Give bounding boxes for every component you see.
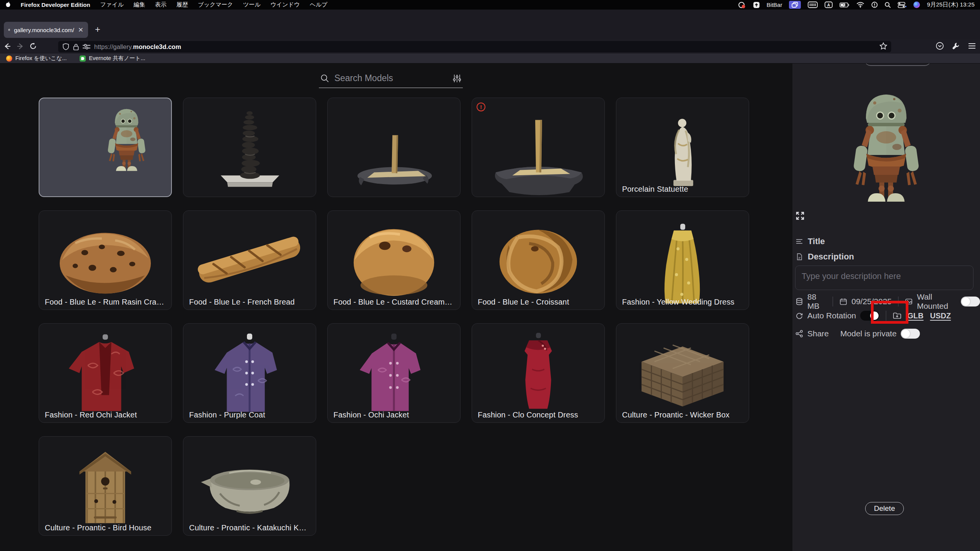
description-row: Description (795, 252, 854, 262)
forward-button[interactable] (16, 42, 24, 52)
filter-sliders-icon[interactable] (453, 73, 461, 84)
wall-mounted-label: Wall Mounted (917, 292, 957, 311)
bookmark-label: Evernote 共有ノート... (89, 55, 145, 62)
model-tile-red-ochi-jacket[interactable]: Fashion - Red Ochi Jacket (39, 323, 172, 423)
back-button[interactable] (3, 42, 11, 52)
menu-bookmarks[interactable]: ブックマーク (198, 1, 233, 8)
macos-menu-bar: Firefox Developer Edition ファイル 編集 表示 履歴 … (0, 0, 980, 10)
model-3d-preview[interactable] (848, 80, 924, 208)
model-tile-wood-stand[interactable] (327, 98, 461, 197)
model-tile-porcelain-statuette[interactable]: Porcelain Statuette (616, 98, 749, 197)
statusbar-wifi-icon[interactable] (856, 2, 864, 8)
evernote-bookmark-icon (80, 55, 86, 62)
share-label[interactable]: Share (807, 329, 829, 338)
statusbar-siri-icon[interactable] (913, 2, 920, 8)
menu-view[interactable]: 表示 (155, 1, 167, 8)
model-tile-robot[interactable] (39, 98, 172, 197)
firefox-bookmark-icon (6, 55, 12, 62)
model-tile-french-bread[interactable]: Food - Blue Le - French Bread (183, 210, 316, 310)
statusbar-capture-icon[interactable] (753, 2, 760, 8)
statusbar-alert-icon[interactable] (871, 2, 878, 8)
model-tile-ochi-jacket[interactable]: Fashion - Ochi Jacket (327, 323, 461, 423)
model-tile-croissant[interactable]: Food - Blue Le - Croissant (472, 210, 605, 310)
bookmarks-bar: Firefox を使いこな... Evernote 共有ノート... (0, 54, 980, 64)
bookmark-star-icon[interactable] (879, 42, 887, 52)
model-tile-custard-bread[interactable]: Food - Blue Le - Custard Cream… (327, 210, 461, 310)
fullscreen-expand-icon[interactable] (795, 211, 805, 222)
tab-favicon (8, 26, 10, 33)
bookmark-item-evernote[interactable]: Evernote 共有ノート... (80, 55, 145, 62)
pocket-icon[interactable] (936, 42, 944, 52)
clipped-top-button[interactable] (864, 64, 931, 66)
devtools-wrench-icon[interactable] (952, 42, 960, 52)
model-tile-katakuchi-bowl[interactable]: Culture - Proantic - Katakuchi K… (183, 436, 316, 536)
model-tile-yellow-dress[interactable]: Fashion - Yellow Wedding Dress (616, 210, 749, 310)
model-title: Food - Blue Le - Custard Cream… (333, 298, 452, 306)
permissions-icon[interactable] (82, 44, 91, 50)
model-tile-spiral-sculpture[interactable] (183, 98, 316, 197)
statusbar-search-icon[interactable] (885, 2, 891, 8)
model-title: Fashion - Red Ochi Jacket (45, 411, 137, 419)
model-private-toggle[interactable] (901, 329, 920, 339)
spiral-sculpture-thumbnail (183, 98, 316, 197)
auto-rotation-icon (795, 312, 803, 320)
bird-house-thumbnail (39, 437, 172, 535)
wood-stand-tall-thumbnail (472, 98, 604, 197)
divider (833, 297, 833, 306)
statusbar-datetime[interactable]: 9月25日(木) 13:25 (927, 1, 975, 8)
statusbar-battery-icon[interactable] (840, 2, 849, 8)
tab-close-icon[interactable]: ✕ (78, 27, 83, 33)
model-tile-wicker-box[interactable]: Culture - Proantic - Wicker Box (616, 323, 749, 423)
model-private-label: Model is private (840, 329, 897, 338)
download-usdz-link[interactable]: USDZ (930, 311, 951, 320)
menu-file[interactable]: ファイル (100, 1, 124, 8)
rum-raisin-bread-thumbnail (39, 211, 172, 310)
katakuchi-bowl-thumbnail (183, 437, 316, 535)
url-text[interactable]: https://gallery.monocle3d.com (94, 43, 181, 51)
menu-app-name[interactable]: Firefox Developer Edition (21, 2, 90, 8)
new-tab-button[interactable]: + (95, 25, 100, 34)
model-title: Food - Blue Le - Croissant (478, 298, 569, 306)
wood-stand-thumbnail (328, 98, 460, 197)
search-input[interactable] (334, 73, 448, 83)
statusbar-windows-icon-active[interactable] (789, 1, 801, 9)
hamburger-menu-icon[interactable] (968, 42, 976, 51)
red-ochi-jacket-thumbnail (39, 324, 172, 422)
wall-mounted-toggle[interactable] (961, 297, 980, 306)
toggle-knob (962, 297, 970, 306)
model-tile-clo-dress[interactable]: Fashion - Clo Concept Dress (472, 323, 605, 423)
lock-icon[interactable] (73, 43, 79, 51)
download-glb-link[interactable]: GLB (907, 311, 923, 320)
menu-window[interactable]: ウインドウ (271, 1, 300, 8)
reload-button[interactable] (29, 42, 37, 52)
menu-help[interactable]: ヘルプ (310, 1, 327, 8)
model-tile-wood-stand-tall[interactable]: ! (472, 98, 605, 197)
robot-thumbnail (39, 98, 171, 196)
apple-menu-icon[interactable] (5, 1, 11, 9)
menu-edit[interactable]: 編集 (134, 1, 145, 8)
delete-button[interactable]: Delete (865, 502, 904, 515)
model-title: Culture - Proantic - Bird House (45, 523, 152, 532)
description-input[interactable] (795, 266, 973, 290)
wicker-box-thumbnail (616, 324, 749, 422)
model-title: Culture - Proantic - Katakuchi K… (189, 523, 307, 532)
url-bar[interactable]: https://gallery.monocle3d.com (58, 41, 891, 52)
model-tile-bird-house[interactable]: Culture - Proantic - Bird House (39, 436, 172, 536)
model-search-bar (319, 71, 463, 88)
model-tile-rum-raisin-bread[interactable]: Food - Blue Le - Rum Rasin Cra… (39, 210, 172, 310)
model-title: Food - Blue Le - Rum Rasin Cra… (45, 298, 164, 306)
statusbar-bitbar-label[interactable]: BitBar (767, 2, 782, 8)
menu-tools[interactable]: ツール (243, 1, 261, 8)
statusbar-barcode-icon[interactable] (808, 2, 818, 8)
model-tile-purple-coat[interactable]: Fashion - Purple Coat (183, 323, 316, 423)
url-domain: monocle3d.com (133, 43, 181, 50)
menu-history[interactable]: 履歴 (176, 1, 188, 8)
browser-tab[interactable]: gallery.monocle3d.com/ ✕ (4, 22, 88, 38)
document-icon (795, 253, 803, 261)
statusbar-input-source-icon[interactable]: A (825, 2, 833, 8)
statusbar-control-center-icon[interactable] (898, 2, 906, 8)
model-title: Fashion - Purple Coat (189, 411, 265, 419)
bookmark-item-firefox[interactable]: Firefox を使いこな... (6, 55, 67, 62)
statusbar-app-icon[interactable] (738, 2, 746, 8)
shield-icon[interactable] (62, 43, 70, 51)
